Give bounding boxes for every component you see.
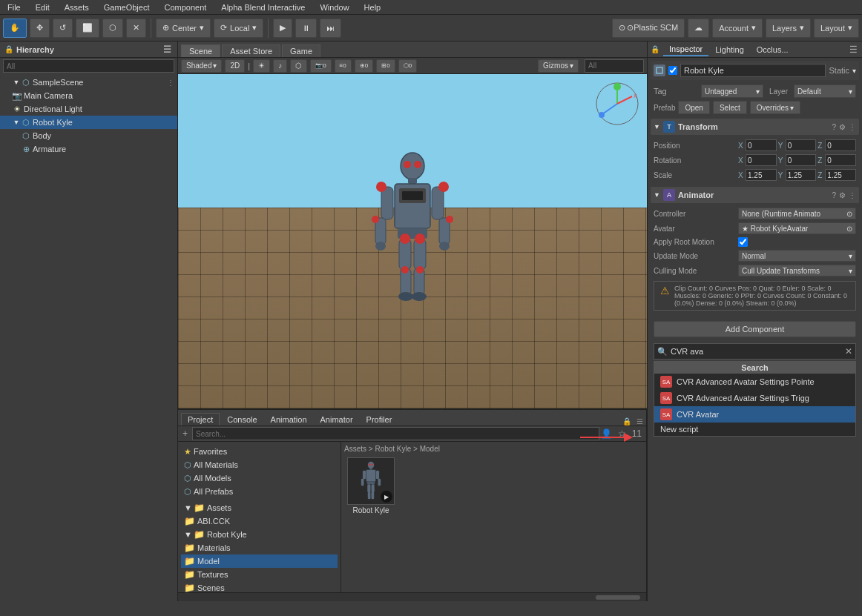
object-enabled-checkbox[interactable]	[668, 66, 677, 75]
scene-search-input[interactable]	[585, 59, 644, 73]
tree-toggle-samplescene[interactable]: ▼	[12, 78, 21, 87]
scene-menu-icon[interactable]: ⋮	[167, 79, 174, 87]
scene-audio-icon[interactable]: ♪	[273, 59, 287, 73]
bottom-panel-menu-icon[interactable]: ☰	[636, 417, 643, 425]
position-x-input[interactable]	[746, 139, 777, 151]
menu-alphablendintersactive[interactable]: Alpha Blend Interactive	[217, 3, 309, 12]
controller-picker-icon[interactable]: ⊙	[846, 210, 852, 218]
prefab-open-btn[interactable]: Open	[678, 101, 709, 114]
hierarchy-search-input[interactable]	[3, 59, 174, 73]
animator-settings-icon[interactable]: ⚙	[839, 191, 846, 199]
component-search-input[interactable]	[671, 347, 842, 356]
sidebar-assets-header[interactable]: ▼ 📁 Assets	[181, 501, 338, 514]
menu-gameobject[interactable]: GameObject	[99, 3, 154, 12]
tab-project[interactable]: Project	[181, 413, 220, 425]
add-component-btn[interactable]: Add Component	[654, 321, 856, 337]
tab-inspector[interactable]: Inspector	[663, 43, 708, 56]
prefab-select-btn[interactable]: Select	[713, 101, 747, 114]
transform-menu-icon[interactable]: ⋮	[849, 123, 856, 131]
tool-scale[interactable]: ⬜	[76, 19, 99, 38]
scene-view-icon[interactable]: ⬡0	[398, 59, 417, 73]
tab-asset-store[interactable]: Asset Store	[222, 44, 280, 57]
toolbar-play[interactable]: ▶	[273, 19, 292, 38]
inspector-menu-icon[interactable]: ☰	[848, 44, 859, 55]
tab-animation[interactable]: Animation	[265, 414, 313, 425]
tree-item-body[interactable]: ⬡ Body	[0, 129, 177, 142]
tree-item-armature[interactable]: ⊕ Armature	[0, 142, 177, 156]
tab-occlusion[interactable]: Occlus...	[751, 44, 794, 56]
project-add-btn[interactable]: +	[181, 428, 189, 439]
animator-menu-icon[interactable]: ⋮	[849, 191, 856, 199]
rotation-x-input[interactable]	[746, 154, 777, 166]
transform-component-header[interactable]: ▼ T Transform ? ⚙ ⋮	[651, 119, 859, 135]
transform-help-icon[interactable]: ?	[832, 123, 836, 131]
scene-light-icon[interactable]: ☀	[253, 59, 270, 73]
project-collab-icon[interactable]: 👤	[599, 428, 613, 439]
mode-2d-btn[interactable]: 2D	[225, 59, 245, 73]
layer-dropdown[interactable]: Default ▾	[794, 85, 856, 98]
tab-lighting[interactable]: Lighting	[709, 44, 750, 56]
scrollbar-thumb[interactable]	[596, 595, 640, 600]
scale-x-input[interactable]	[746, 169, 777, 181]
shading-dropdown[interactable]: Shaded ▾	[181, 59, 222, 73]
tool-rect[interactable]: ⬡	[102, 19, 123, 38]
tree-item-robotkyle[interactable]: ▼ ⬡ Robot Kyle	[0, 116, 177, 129]
sidebar-textures[interactable]: 📁 Textures	[181, 568, 338, 581]
static-dropdown-icon[interactable]: ▾	[852, 67, 856, 75]
rotation-z-input[interactable]	[825, 154, 856, 166]
project-star-icon[interactable]: ☆	[616, 428, 628, 439]
menu-component[interactable]: Component	[159, 3, 211, 12]
prefab-overrides-btn[interactable]: Overrides▾	[750, 101, 800, 114]
sidebar-model[interactable]: 📁 Model	[181, 554, 338, 568]
toolbar-vcs[interactable]: ⊙ ⊙Plastic SCM	[612, 19, 685, 38]
avatar-picker-icon[interactable]: ⊙	[846, 225, 852, 233]
tree-toggle-robotkyle[interactable]: ▼	[12, 118, 21, 127]
sidebar-favorites-header[interactable]: ★ Favorites	[181, 445, 338, 458]
animator-help-icon[interactable]: ?	[832, 191, 836, 199]
menu-window[interactable]: Window	[315, 3, 353, 12]
project-search-input[interactable]	[192, 427, 599, 440]
tab-console[interactable]: Console	[221, 414, 263, 425]
scene-view[interactable]: Y Z X	[178, 74, 647, 408]
toolbar-layout[interactable]: Layout ▾	[814, 19, 859, 38]
culling-mode-value[interactable]: Cull Update Transforms ▾	[738, 265, 856, 276]
hierarchy-add-btn[interactable]: ☰	[162, 44, 173, 55]
scene-grid-icon[interactable]: ⊞0	[376, 59, 395, 73]
sidebar-scenes[interactable]: 📁 Scenes	[181, 581, 338, 592]
gizmos-dropdown[interactable]: Gizmos ▾	[538, 59, 579, 73]
tool-move[interactable]: ✥	[30, 19, 50, 38]
sidebar-materials[interactable]: 📁 Materials	[181, 541, 338, 554]
toolbar-pause[interactable]: ⏸	[295, 19, 317, 38]
project-scrollbar[interactable]	[178, 592, 646, 601]
position-y-input[interactable]	[786, 139, 817, 151]
tree-item-directionallight[interactable]: ☀ Directional Light	[0, 102, 177, 116]
rotation-y-input[interactable]	[786, 154, 817, 166]
scene-cam-icon[interactable]: 📷0	[310, 59, 331, 73]
tree-item-samplescene[interactable]: ▼ ⬡ SampleScene ⋮	[0, 76, 177, 89]
scene-stats-icon[interactable]: ≡0	[335, 59, 352, 73]
tool-rotate[interactable]: ↺	[53, 19, 73, 38]
bottom-panel-lock-icon[interactable]: 🔒	[622, 417, 631, 425]
menu-file[interactable]: File	[3, 3, 25, 12]
update-mode-value[interactable]: Normal ▾	[738, 250, 856, 262]
content-item-robotkyle[interactable]: ▶ Robot Kyle	[344, 457, 398, 514]
sidebar-all-materials[interactable]: ⬡ All Materials	[181, 458, 338, 471]
result-item-3[interactable]: SA CVR Avatar	[654, 406, 855, 423]
toolbar-cloud[interactable]: ☁	[688, 19, 709, 38]
scale-y-input[interactable]	[786, 169, 817, 181]
animator-component-header[interactable]: ▼ A Animator ? ⚙ ⋮	[651, 187, 859, 203]
menu-assets[interactable]: Assets	[60, 3, 93, 12]
tab-profiler[interactable]: Profiler	[361, 414, 398, 425]
sidebar-all-models[interactable]: ⬡ All Models	[181, 471, 338, 485]
menu-help[interactable]: Help	[360, 3, 386, 12]
menu-edit[interactable]: Edit	[31, 3, 54, 12]
tab-animator[interactable]: Animator	[315, 414, 359, 425]
tag-dropdown[interactable]: Untagged ▾	[701, 85, 763, 98]
sidebar-all-prefabs[interactable]: ⬡ All Prefabs	[181, 485, 338, 498]
inspector-lock-icon[interactable]: 🔒	[651, 45, 659, 53]
toolbar-local[interactable]: ⟳ Local ▾	[214, 19, 263, 38]
sidebar-abicck[interactable]: 📁 ABI.CCK	[181, 514, 338, 528]
toolbar-layers[interactable]: Layers ▾	[766, 19, 811, 38]
scene-gizmo[interactable]: Y Z X	[595, 82, 639, 126]
component-search-clear-icon[interactable]: ✕	[845, 346, 852, 357]
